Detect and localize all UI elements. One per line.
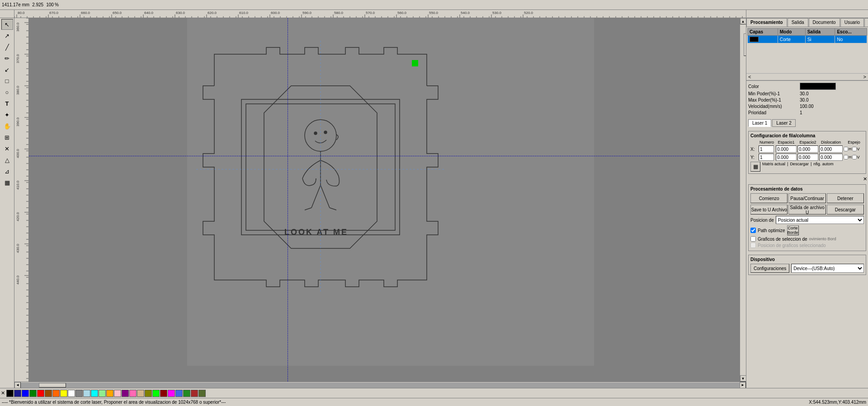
device-select[interactable]: Device---(USB:Auto) xyxy=(791,264,864,273)
path-optimize-row: Path optimize Corte Borde xyxy=(750,225,864,235)
color-chip-3[interactable] xyxy=(29,390,37,397)
color-chip-24[interactable] xyxy=(191,390,198,397)
palette-x-btn[interactable]: ✕ xyxy=(1,390,5,396)
matrix-btn[interactable]: ▦ xyxy=(750,162,760,172)
laser2-tab[interactable]: Laser 2 xyxy=(772,119,795,127)
canvas-viewport[interactable]: LOOK AT ME xyxy=(29,18,740,382)
configuraciones-btn[interactable]: Configuraciones xyxy=(750,264,789,273)
path-optimize-check[interactable] xyxy=(750,228,756,233)
node-tool[interactable]: ↗ xyxy=(1,30,13,41)
select-tool[interactable]: ↖ xyxy=(1,19,13,30)
color-chip-8[interactable] xyxy=(68,390,75,397)
comienzo-btn[interactable]: Comienzo xyxy=(750,193,788,203)
color-chip-11[interactable] xyxy=(91,390,98,397)
ellipse-tool[interactable]: ○ xyxy=(1,87,13,98)
config-y-esp2-input[interactable] xyxy=(797,154,818,161)
vscroll-down[interactable]: ▼ xyxy=(740,375,746,382)
color-chip-18[interactable] xyxy=(145,390,152,397)
color-chip-16[interactable] xyxy=(129,390,137,397)
curve-tool[interactable]: ↙ xyxy=(1,64,13,75)
color-chip-10[interactable] xyxy=(83,390,90,397)
color-chip-13[interactable] xyxy=(106,390,113,397)
tab-documento[interactable]: Documento xyxy=(809,18,840,27)
detener-btn[interactable]: Detener xyxy=(827,193,864,203)
color-chip-22[interactable] xyxy=(175,390,183,397)
coord-y-display: 2.925 xyxy=(32,2,43,7)
color-chip-12[interactable] xyxy=(99,390,106,397)
rect-tool[interactable]: □ xyxy=(1,75,13,86)
col-salida: Salida xyxy=(805,28,835,36)
text-tool[interactable]: T xyxy=(1,98,13,109)
color-chip-19[interactable] xyxy=(152,390,160,397)
delete-tool[interactable]: ✕ xyxy=(1,143,13,154)
config-x-dis-input[interactable] xyxy=(819,145,843,153)
grid-tool[interactable]: ⊞ xyxy=(1,132,13,143)
hand-tool[interactable]: ✋ xyxy=(1,121,13,131)
color-chip-21[interactable] xyxy=(168,390,175,397)
hscroll-right[interactable]: ► xyxy=(740,382,746,388)
color-chip-23[interactable] xyxy=(183,390,190,397)
grid2-tool[interactable]: ▦ xyxy=(1,177,13,188)
main-tabs: Procesamiento Salida Documento Usuario P… xyxy=(746,18,868,27)
arrange-tool[interactable]: △ xyxy=(1,154,13,165)
config-y-esp1-input[interactable] xyxy=(776,154,797,161)
config-y-num-input[interactable] xyxy=(759,154,774,161)
config-x-v-check[interactable] xyxy=(852,147,857,151)
graficos-check[interactable] xyxy=(750,236,756,242)
color-chip-9[interactable] xyxy=(75,390,83,397)
color-swatch[interactable] xyxy=(800,83,836,90)
color-chip-15[interactable] xyxy=(122,390,129,397)
panel-close-btn[interactable]: ✕ xyxy=(863,176,867,182)
config-y-v-check[interactable] xyxy=(852,155,857,159)
scroll-left-btn[interactable]: < xyxy=(748,74,751,79)
config-y-h-check[interactable] xyxy=(844,155,848,159)
line-tool[interactable]: ╱ xyxy=(1,42,13,52)
green-marker xyxy=(412,60,418,66)
layers-section: Capas Modo Salida Esco... Corte Si No xyxy=(746,27,868,44)
color-chip-20[interactable] xyxy=(160,390,167,397)
scroll-right-btn[interactable]: > xyxy=(863,74,866,79)
tab-salida[interactable]: Salida xyxy=(788,18,808,27)
config-x-esp1-input[interactable] xyxy=(776,145,797,153)
max-power-label: Max Poder(%)-1 xyxy=(748,98,798,103)
color-chip-1[interactable] xyxy=(14,390,21,397)
vscroll-up[interactable]: ▲ xyxy=(740,18,746,24)
config-x-esp2-input[interactable] xyxy=(797,145,818,153)
hscroll-thumb[interactable] xyxy=(39,383,66,387)
tab-usuario[interactable]: Usuario xyxy=(840,18,864,27)
pausa-btn[interactable]: Pausa/Continuar xyxy=(788,193,826,203)
color-chip-25[interactable] xyxy=(198,390,206,397)
movimiento-label: ovimiento Bord xyxy=(809,237,836,241)
vertical-scrollbar[interactable]: ▲ ▼ xyxy=(740,18,746,382)
tab-pru[interactable]: Pru... xyxy=(864,18,868,27)
hscroll-left[interactable]: ◄ xyxy=(14,382,21,388)
posicion-select[interactable]: Posicion actual xyxy=(776,216,864,224)
descargar-btn[interactable]: Descargar xyxy=(827,205,864,215)
tab-procesamiento[interactable]: Procesamiento xyxy=(746,18,787,27)
salida-u-btn[interactable]: Salida de archivo U xyxy=(788,205,826,215)
star-tool[interactable]: ✦ xyxy=(1,109,13,120)
posicion-graficos-check[interactable] xyxy=(750,243,756,248)
color-chip-5[interactable] xyxy=(45,390,52,397)
color-chip-17[interactable] xyxy=(137,390,144,397)
color-chip-2[interactable] xyxy=(22,390,29,397)
vscroll-thumb[interactable] xyxy=(744,33,746,56)
color-chip-0[interactable] xyxy=(6,390,14,397)
color-chip-4[interactable] xyxy=(37,390,44,397)
pen-tool[interactable]: ✏ xyxy=(1,53,13,64)
table-row[interactable]: Corte Si No xyxy=(748,36,867,43)
hscroll-track[interactable] xyxy=(21,383,740,388)
save-u-btn[interactable]: Save to U Archivo xyxy=(750,205,788,215)
ch-dis: Dislocation xyxy=(819,140,843,145)
color-chip-7[interactable] xyxy=(60,390,67,397)
config-x-num-input[interactable] xyxy=(759,145,774,153)
color-chip-6[interactable] xyxy=(52,390,60,397)
config-y-dis-input[interactable] xyxy=(819,154,843,161)
horizontal-scrollbar[interactable]: ◄ ► xyxy=(14,382,746,388)
corte-borde-btn[interactable]: Corte Borde xyxy=(787,225,799,235)
laser1-tab[interactable]: Laser 1 xyxy=(748,119,771,127)
config-x-h-check[interactable] xyxy=(844,147,848,151)
zoom-display: 100 xyxy=(46,2,54,7)
color-chip-14[interactable] xyxy=(114,390,121,397)
measure-tool[interactable]: ⊿ xyxy=(1,166,13,177)
